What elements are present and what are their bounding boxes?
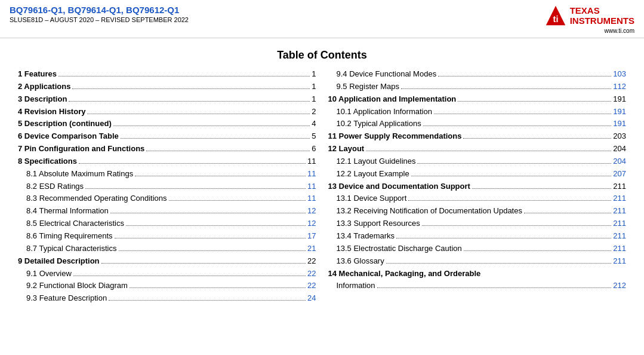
toc-dots [58,76,310,76]
toc-label: 12.2 Layout Example [328,169,409,180]
document-subtitle: SLUSE81D – AUGUST 2020 – REVISED SEPTEMB… [10,16,189,23]
toc-entry: 10.2 Typical Applications191 [328,118,627,130]
toc-page: 191 [613,118,626,130]
toc-page: 191 [613,106,626,118]
toc-entry: 9.1 Overview22 [18,268,316,280]
toc-columns: 1 Features12 Applications13 Description1… [18,69,626,305]
toc-dots [135,176,306,176]
toc-page: 212 [613,280,626,292]
toc-dots [386,263,612,264]
toc-label: 12 Layout [328,143,365,155]
toc-dots [69,101,310,102]
header-left: BQ79616-Q1, BQ79614-Q1, BQ79612-Q1 SLUSE… [10,5,189,23]
toc-label: 11 Power Supply Recommendations [328,131,462,142]
toc-page: 6 [312,143,316,155]
toc-label: 9.5 Register Maps [328,81,400,93]
toc-label: 12.1 Layout Guidelines [328,156,416,167]
toc-entry: 13.2 Receiving Notification of Documenta… [328,206,627,217]
toc-label: 8 Specifications [18,156,77,167]
toc-page: 211 [613,256,626,267]
toc-label: 13 Device and Documentation Support [328,181,470,192]
toc-label: 5 Description (continued) [18,118,112,130]
ti-company-name: TEXASINSTRUMENTS [570,5,634,26]
toc-entry: 13.6 Glossary211 [328,256,627,267]
toc-entry: 9.5 Register Maps112 [328,81,627,93]
ti-logo: ti TEXASINSTRUMENTS [545,5,634,26]
toc-page: 203 [613,131,626,142]
toc-page: 12 [307,218,316,229]
toc-dots [87,114,310,114]
toc-entry: 8.6 Timing Requirements17 [18,231,316,242]
toc-page: 211 [613,218,626,229]
toc-entry: Information212 [328,280,627,292]
toc-dots [109,300,306,301]
toc-dots [115,238,306,238]
toc-entry: 13.5 Electrostatic Discharge Caution211 [328,243,627,255]
toc-label: 10.2 Typical Applications [328,118,421,130]
toc-dots [377,287,612,288]
toc-dots [366,151,611,151]
header-right: ti TEXASINSTRUMENTS www.ti.com [545,5,634,34]
toc-dots [408,200,611,201]
toc-entry: 9.4 Device Functional Modes103 [328,69,627,80]
document-title: BQ79616-Q1, BQ79614-Q1, BQ79612-Q1 [10,5,189,15]
toc-dots [146,151,310,151]
toc-entry: 9.2 Functional Block Diagram22 [18,280,316,292]
toc-page: 211 [613,231,626,242]
toc-page: 1 [312,69,316,80]
toc-page: 22 [307,268,316,280]
toc-entry: 9.3 Feature Description24 [18,293,316,304]
toc-label: 13.2 Receiving Notification of Documenta… [328,206,522,217]
toc-label: 4 Revision History [18,106,85,118]
toc-page: 103 [613,69,626,80]
toc-label: 8.7 Typical Characteristics [18,243,117,255]
toc-page: 17 [307,231,316,242]
toc-dots [434,114,611,114]
toc-label: 8.1 Absolute Maximum Ratings [18,169,133,180]
toc-label: 10 Application and Implementation [328,94,457,105]
toc-entry: 9 Detailed Description22 [18,256,316,267]
toc-page: 211 [613,193,626,204]
toc-entry: 8.1 Absolute Maximum Ratings11 [18,169,316,180]
toc-entry: 7 Pin Configuration and Functions6 [18,143,316,155]
toc-entry: 12.2 Layout Example207 [328,169,627,180]
toc-entry: 13.4 Trademarks211 [328,231,627,242]
toc-label: 13.3 Support Resources [328,218,420,229]
toc-page: 207 [613,169,626,180]
toc-page: 204 [613,156,626,167]
ti-website: www.ti.com [604,27,634,34]
toc-label: Information [328,280,375,292]
toc-dots [119,250,306,251]
svg-text:ti: ti [553,14,558,24]
toc-label: 1 Features [18,69,57,80]
toc-label: 2 Applications [18,81,70,93]
toc-entry: 8.5 Electrical Characteristics12 [18,218,316,229]
main-content: Table of Contents 1 Features12 Applicati… [0,38,644,315]
toc-dots [110,213,306,213]
toc-page: 11 [307,169,316,180]
toc-dots [79,163,306,164]
toc-dots [422,225,612,226]
toc-entry: 6 Device Comparison Table5 [18,131,316,142]
toc-entry: 11 Power Supply Recommendations203 [328,131,627,142]
toc-label: 9.2 Functional Block Diagram [18,280,128,292]
toc-page: 5 [312,131,316,142]
toc-label: 8.5 Electrical Characteristics [18,218,124,229]
toc-dots [130,287,306,288]
toc-label: 9.4 Device Functional Modes [328,69,437,80]
toc-entry: 14 Mechanical, Packaging, and Orderable [328,268,627,280]
ti-logo-icon: ti [545,5,566,26]
toc-entry: 12 Layout204 [328,143,627,155]
toc-dots [524,213,611,213]
toc-page: 11 [307,156,316,167]
toc-entry: 10 Application and Implementation191 [328,94,627,105]
toc-dots [85,188,306,189]
toc-dots [101,263,306,264]
toc-dots [401,88,611,89]
toc-page: 2 [312,106,316,118]
toc-page: 11 [307,193,316,204]
toc-label: 3 Description [18,94,67,105]
toc-page: 12 [307,206,316,217]
toc-entry: 13 Device and Documentation Support211 [328,181,627,192]
page-header: BQ79616-Q1, BQ79614-Q1, BQ79612-Q1 SLUSE… [0,0,644,38]
